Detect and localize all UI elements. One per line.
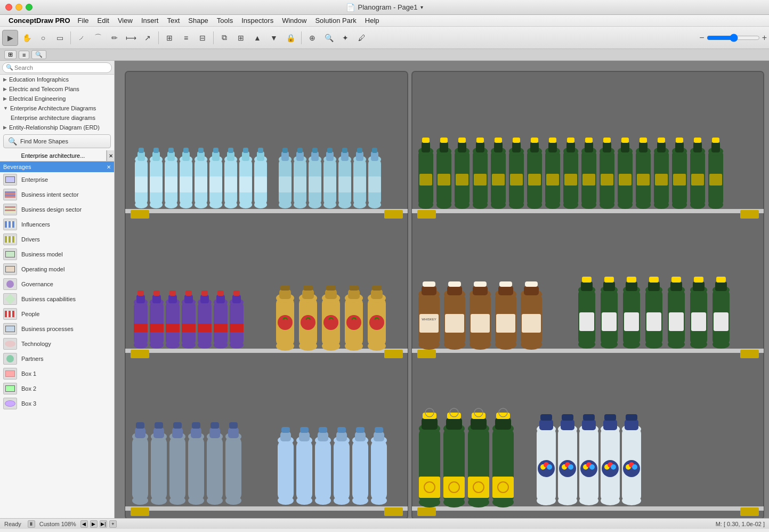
shape-people[interactable]: People: [0, 307, 114, 321]
menu-inspectors[interactable]: Inspectors: [237, 17, 278, 25]
close-tab-0[interactable]: ✕: [107, 150, 114, 161]
svg-rect-119: [168, 295, 177, 303]
shape-business-processes[interactable]: Business processes: [0, 321, 114, 336]
shape-business-capabilities[interactable]: Business capabilities: [0, 292, 114, 307]
arrow-tool-button[interactable]: ↗: [140, 30, 156, 46]
pen-tool-button[interactable]: ✏: [107, 30, 123, 46]
select-tool-button[interactable]: ▶: [2, 30, 18, 46]
menu-text[interactable]: Text: [163, 17, 184, 25]
menu-window[interactable]: Window: [278, 17, 311, 25]
shape-partners[interactable]: Partners: [0, 351, 114, 366]
shape-box3[interactable]: Box 3: [0, 396, 114, 411]
search-panel-button[interactable]: 🔍: [31, 50, 46, 59]
shape-business-intent[interactable]: Business intent sector: [0, 187, 114, 202]
section-enterprise-arch[interactable]: ▼ Enterprise Architecture Diagrams: [0, 103, 114, 113]
pause-button[interactable]: ⏸: [28, 520, 35, 528]
shape-operating-model[interactable]: Operating model: [0, 262, 114, 277]
view-type-button[interactable]: ⊞: [4, 50, 17, 59]
bring-front-button[interactable]: ▲: [249, 30, 265, 46]
shape-influencers[interactable]: Influencers: [0, 217, 114, 232]
align-left-button[interactable]: ⊞: [161, 30, 177, 46]
close-button[interactable]: [5, 4, 12, 11]
menu-insert[interactable]: Insert: [137, 17, 163, 25]
shape-governance[interactable]: Governance: [0, 277, 114, 292]
search-input[interactable]: [2, 62, 112, 73]
page-next-button[interactable]: ▶: [90, 520, 98, 528]
zoom-slider[interactable]: [707, 34, 760, 42]
section-education[interactable]: ▶ Education Infographics: [0, 75, 114, 84]
business-design-thumb: [3, 204, 17, 215]
distribute-button[interactable]: ⊟: [195, 30, 211, 46]
main-canvas[interactable]: WHISKEY: [115, 61, 769, 518]
curve-tool-button[interactable]: ⌒: [90, 30, 106, 46]
shape-technology[interactable]: Technology: [0, 336, 114, 351]
menu-solution-park[interactable]: Solution Park: [311, 17, 360, 25]
svg-rect-144: [233, 291, 240, 296]
section-entity-rel[interactable]: ▶ Entity-Relationship Diagram (ERD): [0, 123, 114, 132]
note-button[interactable]: 🖊: [354, 30, 370, 46]
group-button[interactable]: ⧉: [216, 30, 232, 46]
lock-button[interactable]: 🔒: [282, 30, 298, 46]
shape-business-design[interactable]: Business design sector: [0, 202, 114, 217]
line-tool-button[interactable]: ⟋: [74, 30, 90, 46]
menu-edit[interactable]: Edit: [93, 17, 114, 25]
svg-rect-75: [309, 176, 321, 192]
zoom-out-button[interactable]: −: [699, 33, 704, 43]
svg-rect-216: [299, 432, 310, 441]
menu-view[interactable]: View: [114, 17, 137, 25]
zoom-area-button[interactable]: 🔍: [321, 30, 337, 46]
view-list-button[interactable]: ≡: [19, 51, 29, 59]
svg-rect-21: [165, 176, 177, 192]
menu-file[interactable]: File: [74, 17, 93, 25]
svg-rect-57: [254, 176, 267, 192]
menu-help[interactable]: Help: [361, 17, 384, 25]
shape-box2[interactable]: Box 2: [0, 381, 114, 396]
minimize-button[interactable]: [15, 4, 22, 11]
beverages-tab[interactable]: Beverages ✕: [0, 162, 114, 172]
svg-rect-98: [372, 148, 377, 153]
subsection-enterprise-arch-diags[interactable]: Enterprise architecture diagrams: [0, 113, 114, 123]
section-electric[interactable]: ▶ Electric and Telecom Plans: [0, 84, 114, 94]
menu-tools[interactable]: Tools: [213, 17, 237, 25]
menu-shape[interactable]: Shape: [184, 17, 213, 25]
move-tool-button[interactable]: ✋: [19, 30, 35, 46]
tab-enterprise-arch[interactable]: Enterprise architecture...: [0, 150, 107, 161]
svg-rect-229: [352, 440, 368, 501]
close-beverages-tab[interactable]: ✕: [107, 164, 111, 170]
svg-rect-419: [714, 312, 728, 331]
align-center-button[interactable]: ≡: [178, 30, 194, 46]
left-panel: 🔍 ▶ Education Infographics ▶ Electric an…: [0, 61, 115, 518]
find-more-button[interactable]: 🔍 Find More Shapes: [3, 134, 111, 148]
people-thumb: [3, 308, 17, 320]
svg-rect-214: [296, 440, 312, 501]
dropdown-arrow-icon[interactable]: ▾: [420, 4, 423, 10]
shape-box1[interactable]: Box 1: [0, 366, 114, 381]
connector-tool-button[interactable]: ⟼: [123, 30, 139, 46]
page-add-button[interactable]: +: [109, 520, 117, 528]
svg-rect-345: [417, 350, 436, 358]
section-electrical[interactable]: ▶ Electrical Engineering: [0, 94, 114, 103]
svg-rect-365: [471, 314, 490, 333]
svg-rect-201: [209, 428, 220, 438]
send-back-button[interactable]: ▼: [266, 30, 282, 46]
maximize-button[interactable]: [26, 4, 33, 11]
rect-tool-button[interactable]: ▭: [52, 30, 68, 46]
svg-rect-427: [423, 413, 436, 419]
app-name[interactable]: ConceptDraw PRO: [9, 17, 70, 25]
shape-enterprise[interactable]: Enterprise: [0, 172, 114, 187]
shape-business-model[interactable]: Business model: [0, 247, 114, 262]
svg-rect-450: [495, 418, 511, 430]
zoom-fit-button[interactable]: ⊕: [304, 30, 320, 46]
ellipse-tool-button[interactable]: ○: [35, 30, 51, 46]
svg-text:WHISKEY: WHISKEY: [422, 318, 436, 321]
svg-rect-246: [422, 138, 430, 143]
shape-drivers[interactable]: Drivers: [0, 232, 114, 247]
svg-rect-399: [648, 281, 660, 291]
pan-button[interactable]: ✦: [337, 30, 353, 46]
page-end-button[interactable]: ▶|: [100, 520, 107, 528]
zoom-in-button[interactable]: +: [762, 33, 767, 43]
arrow-icon: ▶: [3, 125, 7, 130]
page-prev-button[interactable]: ◀: [80, 520, 88, 528]
ungroup-button[interactable]: ⊞: [233, 30, 249, 46]
canvas-area[interactable]: WHISKEY: [115, 61, 769, 518]
